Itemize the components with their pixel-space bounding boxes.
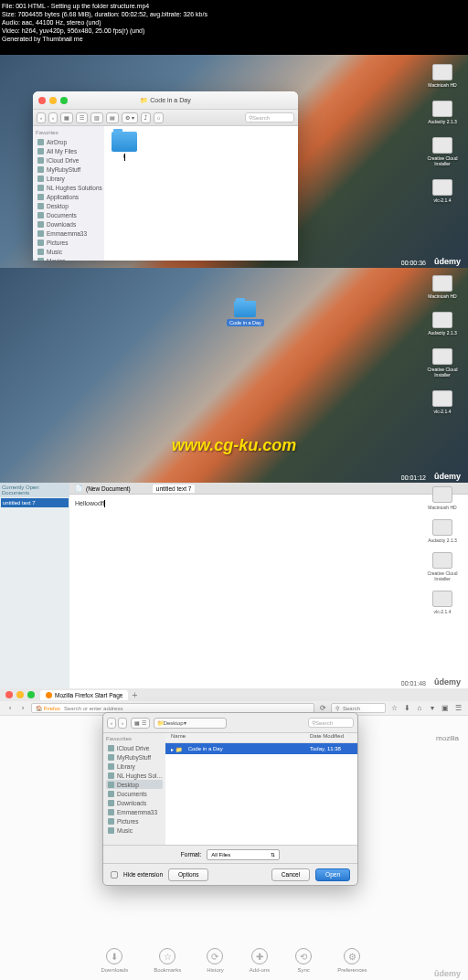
options-button[interactable]: Options bbox=[168, 868, 208, 881]
finder-search[interactable]: ⚲ Search bbox=[245, 112, 294, 122]
cancel-button[interactable]: Cancel bbox=[271, 868, 310, 881]
menu-icon[interactable]: ☰ bbox=[453, 704, 463, 713]
star-icon[interactable]: ☆ bbox=[389, 704, 399, 713]
open-file-dialog[interactable]: ‹› ▦ ☰ 📁 Desktop ▾ ⚲ Search Favourites i… bbox=[102, 712, 358, 886]
open-button[interactable]: Open bbox=[315, 868, 350, 881]
bookmarks-link[interactable]: ☆Bookmarks bbox=[154, 948, 181, 973]
sidebar-item-nlhughes[interactable]: NL Hughes Solutions bbox=[36, 183, 101, 192]
sidebar-item[interactable]: Pictures bbox=[106, 816, 163, 826]
sidebar-item[interactable]: Library bbox=[106, 762, 163, 771]
forward-button[interactable]: › bbox=[48, 112, 58, 123]
sidebar-item-applications[interactable]: Applications bbox=[36, 192, 101, 201]
sidebar-item[interactable]: Music bbox=[106, 826, 163, 835]
minimize-button[interactable] bbox=[49, 97, 57, 104]
close-button[interactable] bbox=[38, 97, 46, 104]
desktop-drive-icon[interactable]: Creative Cloud Installer bbox=[424, 348, 461, 378]
download-icon[interactable]: ⬇ bbox=[402, 704, 411, 713]
dialog-search[interactable]: ⚲ Search bbox=[308, 718, 354, 728]
preferences-link[interactable]: ⚙Preferences bbox=[337, 948, 367, 973]
sidebar-item-downloads[interactable]: Downloads bbox=[36, 219, 101, 229]
desktop-drive-icon[interactable]: vlc-2.1.4 bbox=[432, 390, 452, 414]
pocket-icon[interactable]: ▾ bbox=[428, 704, 437, 713]
firefox-footer-icons: ⬇Downloads ☆Bookmarks ⟳History ✚Add-ons … bbox=[0, 948, 468, 973]
share-button[interactable]: ⤴ bbox=[141, 112, 151, 123]
view-list-button[interactable]: ☰ bbox=[76, 112, 88, 123]
sidebar-item-desktop[interactable]: Desktop bbox=[106, 780, 163, 789]
maximize-button[interactable] bbox=[27, 691, 35, 698]
back-button[interactable]: ‹ bbox=[5, 704, 15, 713]
minimize-button[interactable] bbox=[16, 691, 24, 698]
dialog-file-list: NameDate Modified ▸ 📁 Code in a DayToday… bbox=[165, 733, 357, 845]
sidebar-item-movies[interactable]: Movies bbox=[36, 256, 101, 261]
home-icon[interactable]: ⌂ bbox=[415, 704, 424, 713]
browser-tab[interactable]: Mozilla Firefox Start Page bbox=[40, 690, 128, 700]
arrange-button[interactable]: ⚙ ▾ bbox=[122, 112, 138, 123]
desktop-drive-icon[interactable]: Audacity 2.1.3 bbox=[428, 312, 457, 336]
downloads-link[interactable]: ⬇Downloads bbox=[101, 948, 128, 973]
back-button[interactable]: ‹ bbox=[107, 718, 116, 729]
back-button[interactable]: ‹ bbox=[37, 112, 46, 123]
dialog-sidebar: Favourites iCloud Drive MyRubyStuff Libr… bbox=[103, 733, 165, 845]
maximize-button[interactable] bbox=[60, 97, 68, 104]
folder-item[interactable]: I bbox=[110, 132, 139, 161]
desktop-drive-icon[interactable]: Macintosh HD bbox=[428, 64, 456, 88]
sidebar-item[interactable]: NL Hughes Sol… bbox=[106, 771, 163, 780]
desktop-drive-icon[interactable]: Macintosh HD bbox=[428, 486, 456, 510]
reload-button[interactable]: ⟳ bbox=[318, 704, 327, 713]
format-select[interactable]: All Files⇅ bbox=[207, 849, 280, 860]
finder-window[interactable]: 📁 Code in a Day ‹ › ▦ ☰ ▥ ▤ ⚙ ▾ ⤴ ○ ⚲ Se… bbox=[33, 91, 298, 261]
sidebar-item[interactable]: iCloud Drive bbox=[106, 743, 163, 752]
addons-link[interactable]: ✚Add-ons bbox=[250, 948, 270, 973]
history-link[interactable]: ⟳History bbox=[207, 948, 224, 973]
sidebar-item[interactable]: Emmaemma33 bbox=[106, 807, 163, 816]
sidebar-item-emma[interactable]: Emmaemma33 bbox=[36, 229, 101, 238]
hide-extension-checkbox[interactable] bbox=[111, 871, 118, 879]
sidebar-item-music[interactable]: Music bbox=[36, 247, 101, 256]
udemy-logo: ûdemy bbox=[434, 472, 461, 481]
sidebar-item-documents[interactable]: Documents bbox=[36, 210, 101, 219]
close-button[interactable] bbox=[5, 691, 13, 698]
tags-button[interactable]: ○ bbox=[154, 112, 165, 123]
window-titlebar[interactable]: 📁 Code in a Day bbox=[33, 91, 298, 110]
fullscreen-icon[interactable]: ▣ bbox=[441, 704, 450, 713]
forward-button[interactable]: › bbox=[18, 704, 27, 713]
sidebar-item-library[interactable]: Library bbox=[36, 174, 101, 183]
sidebar-item[interactable]: Downloads bbox=[106, 798, 163, 807]
view-columns-button[interactable]: ▥ bbox=[90, 112, 103, 123]
desktop-drive-icon[interactable]: vlc-2.1.4 bbox=[432, 591, 452, 614]
folder-label[interactable]: I bbox=[123, 154, 126, 161]
folder-label: Code in a Day bbox=[227, 319, 264, 326]
udemy-logo: ûdemy bbox=[434, 677, 461, 687]
open-doc-item[interactable]: untitled text 7 bbox=[1, 498, 69, 507]
sidebar-item[interactable]: MyRubyStuff bbox=[106, 752, 163, 762]
dialog-toolbar: ‹› ▦ ☰ 📁 Desktop ▾ ⚲ Search bbox=[103, 713, 357, 733]
sidebar-item[interactable]: Documents bbox=[106, 789, 163, 798]
view-button[interactable]: ▦ ☰ bbox=[131, 718, 150, 729]
window-title: 📁 Code in a Day bbox=[140, 97, 190, 104]
sidebar-item-airdrop[interactable]: AirDrop bbox=[36, 137, 101, 146]
finder-content[interactable]: I bbox=[104, 126, 298, 261]
sidebar-item-pictures[interactable]: Pictures bbox=[36, 238, 101, 247]
new-tab-button[interactable]: + bbox=[132, 690, 137, 700]
sidebar-item-icloud[interactable]: iCloud Drive bbox=[36, 155, 101, 165]
sidebar-item-myrubystuff[interactable]: MyRubyStuff bbox=[36, 165, 101, 174]
sidebar-item-desktop[interactable]: Desktop bbox=[36, 201, 101, 210]
desktop-drive-icon[interactable]: Creative Cloud Installer bbox=[424, 137, 461, 166]
sync-link[interactable]: ⟲Sync bbox=[295, 948, 312, 973]
desktop-folder-selected[interactable]: Code in a Day bbox=[227, 301, 264, 326]
forward-button[interactable]: › bbox=[118, 718, 127, 729]
desktop-drive-icon[interactable]: Macintosh HD bbox=[428, 275, 456, 299]
column-headers[interactable]: NameDate Modified bbox=[165, 733, 357, 743]
firefox-icon bbox=[46, 692, 52, 698]
file-row-selected[interactable]: ▸ 📁 Code in a DayToday, 11:38 bbox=[165, 743, 357, 754]
desktop-drive-icon[interactable]: Audacity 2.1.3 bbox=[428, 519, 457, 543]
sidebar-item-allfiles[interactable]: All My Files bbox=[36, 146, 101, 155]
location-select[interactable]: 📁 Desktop ▾ bbox=[154, 718, 227, 729]
desktop-drive-icon[interactable]: Audacity 2.1.3 bbox=[428, 101, 457, 124]
view-gallery-button[interactable]: ▤ bbox=[106, 112, 119, 123]
desktop-drive-icon[interactable]: vlc-2.1.4 bbox=[432, 179, 452, 203]
desktop-drive-icon[interactable]: Creative Cloud Installer bbox=[424, 552, 461, 581]
editor-content[interactable]: Hellowodfl bbox=[69, 495, 468, 688]
editor-tab[interactable]: untitled text 7 bbox=[153, 485, 196, 493]
view-icons-button[interactable]: ▦ bbox=[60, 112, 73, 123]
